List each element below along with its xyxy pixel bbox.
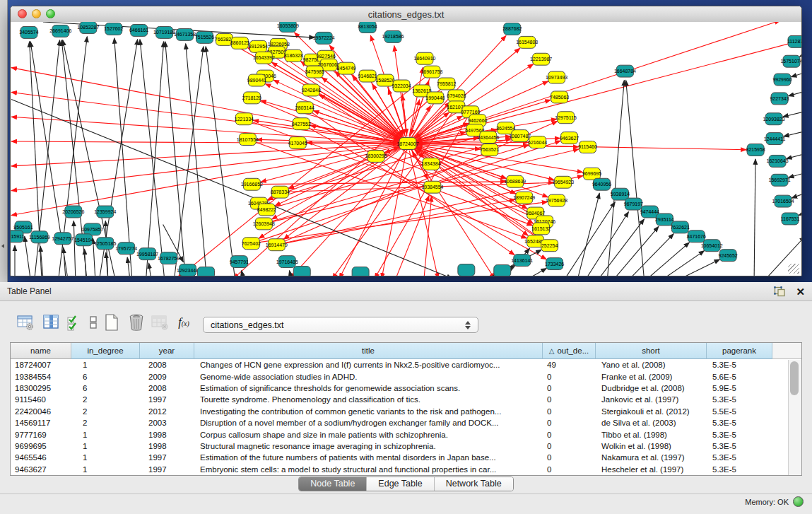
graph-node[interactable]: 1221334 <box>235 113 254 125</box>
graph-edge-black[interactable] <box>25 236 30 276</box>
graph-node[interactable]: 12359924 <box>94 206 116 218</box>
panel-collapse-handle[interactable] <box>1 244 4 248</box>
select-rows-icon[interactable] <box>64 313 84 332</box>
graph-edge-black[interactable] <box>754 159 755 276</box>
graph-edge-black[interactable] <box>289 271 291 276</box>
graph-node[interactable]: 12603948 <box>253 218 275 230</box>
graph-edge-red[interactable] <box>410 100 420 136</box>
graph-node[interactable]: 19572224 <box>313 32 335 44</box>
graph-edge-black[interactable] <box>664 251 704 276</box>
close-window-icon[interactable] <box>18 9 27 18</box>
table-row[interactable]: 946362711997Embryonic stem cells: a mode… <box>11 464 801 475</box>
graph-node[interactable]: 252254 <box>541 240 558 252</box>
graph-node[interactable]: 11156869 <box>29 231 50 243</box>
graph-node[interactable]: 15751074 <box>780 55 801 67</box>
graph-node[interactable]: 1990448 <box>425 92 445 104</box>
memory-status-icon[interactable] <box>793 496 804 507</box>
network-canvas-svg[interactable]: 3405574266914061085328715276026466161107… <box>11 22 801 276</box>
graph-node[interactable]: 9463627 <box>560 132 579 144</box>
column-header-in_degree[interactable]: in_degree <box>71 343 140 359</box>
graph-node[interactable]: 6216044 <box>528 136 547 148</box>
graph-node[interactable]: 6794028 <box>447 90 466 102</box>
table-row[interactable]: 1872400712008Changes of HCN gene express… <box>11 359 801 370</box>
graph-node[interactable]: 19166852 <box>241 178 263 190</box>
graph-node[interactable]: 12975115 <box>555 112 577 124</box>
graph-node[interactable]: 24364456 <box>477 132 499 144</box>
graph-node[interactable]: 6466161 <box>129 24 148 36</box>
graph-node[interactable]: 1834384 <box>421 158 440 170</box>
graph-node[interactable]: 16914479 <box>266 239 288 251</box>
graph-edge-black[interactable] <box>146 42 164 276</box>
function-builder-icon[interactable]: f(x) <box>174 313 194 332</box>
network-window-titlebar[interactable]: citations_edges.txt <box>11 6 801 23</box>
graph-node[interactable]: 19716485 <box>276 256 298 268</box>
graph-node[interactable]: 19384554 <box>421 181 443 193</box>
graph-node[interactable]: 8471676 <box>687 230 706 243</box>
graph-node[interactable]: 14136141 <box>511 255 533 267</box>
tab-node-table[interactable]: Node Table <box>299 477 367 491</box>
graph-node[interactable]: 7485063 <box>550 91 569 103</box>
table-row[interactable]: 1830029562008Estimation of significance … <box>11 382 801 394</box>
graph-node[interactable]: 19654923 <box>552 176 574 188</box>
graph-edge-black[interactable] <box>148 263 151 276</box>
graph-edge-black[interactable] <box>626 80 645 276</box>
graph-node[interactable]: 7563521 <box>480 144 499 156</box>
graph-edge-black[interactable] <box>242 271 244 276</box>
graph-node[interactable]: 14671358 <box>174 28 196 40</box>
graph-edge-black[interactable] <box>789 90 801 95</box>
minimize-window-icon[interactable] <box>32 9 41 18</box>
graph-node[interactable]: 9115460 <box>578 141 597 153</box>
graph-edge-black[interactable] <box>792 192 801 198</box>
column-header-pagerank[interactable]: pagerank <box>707 343 772 359</box>
graph-node[interactable]: 9640956 <box>592 178 611 190</box>
graph-edge-black[interactable] <box>73 221 76 276</box>
graph-node[interactable]: 7515526 <box>195 31 214 43</box>
graph-node[interactable]: 20206526 <box>62 206 84 218</box>
graph-node[interactable]: 8215958 <box>746 144 765 156</box>
float-window-icon[interactable] <box>774 286 786 297</box>
graph-node[interactable]: 12444411 <box>764 133 786 145</box>
graph-edge-red[interactable] <box>424 197 432 276</box>
graph-node[interactable]: 3405574 <box>19 26 38 38</box>
graph-node[interactable]: 8498222 <box>257 204 276 216</box>
graph-node[interactable]: 8912954 <box>249 40 268 52</box>
graph-node[interactable]: 9699695 <box>582 168 601 180</box>
column-header-short[interactable]: short <box>596 343 707 359</box>
graph-node[interactable]: 19218586 <box>382 30 404 42</box>
graph-node[interactable]: 16053809 <box>277 22 299 32</box>
graph-node[interactable]: 1112873 <box>787 35 801 47</box>
graph-node[interactable]: 18300295 <box>365 150 387 162</box>
graph-node[interactable]: 1733426 <box>545 258 564 270</box>
graph-node[interactable]: 9146821 <box>358 70 377 82</box>
graph-node[interactable]: 8427552 <box>292 118 311 130</box>
column-header-year[interactable]: year <box>140 343 194 359</box>
graph-edge-red[interactable] <box>382 151 406 276</box>
table-row[interactable]: 911546021997Tourette syndrome. Phenomeno… <box>11 394 801 405</box>
delete-table-icon[interactable] <box>126 313 146 332</box>
graph-node[interactable]: 18640910 <box>413 52 435 64</box>
graph-node[interactable]: 9322034 <box>392 80 411 92</box>
graph-node[interactable]: 9242848 <box>302 84 321 96</box>
graph-edge-black[interactable] <box>789 172 801 177</box>
graph-node[interactable]: 16210643 <box>767 155 789 167</box>
graph-edge-black[interactable] <box>799 52 801 57</box>
graph-node[interactable]: 16782759 <box>158 252 180 264</box>
graph-edge-black[interactable] <box>127 257 129 276</box>
graph-node[interactable]: 1615132 <box>531 223 551 235</box>
graph-edge-black[interactable] <box>529 268 547 276</box>
graph-node[interactable]: 7632621 <box>671 221 690 233</box>
graph-edge-black[interactable] <box>783 110 801 117</box>
graph-node[interactable]: 2803144 <box>295 102 314 114</box>
graph-node[interactable]: 10719188 <box>153 26 175 38</box>
graph-node[interactable]: 16648784 <box>614 65 636 77</box>
graph-node[interactable] <box>293 267 310 276</box>
graph-node[interactable]: 17957274 <box>115 243 137 255</box>
graph-node[interactable]: 9679197 <box>624 198 643 210</box>
graph-node[interactable]: 9890441 <box>247 74 266 86</box>
graph-edge-black[interactable] <box>647 243 689 276</box>
tab-network-table[interactable]: Network Table <box>435 477 513 491</box>
graph-node[interactable]: 9245652 <box>719 250 738 262</box>
graph-node[interactable] <box>198 267 215 276</box>
graph-node[interactable] <box>458 264 475 276</box>
graph-node[interactable] <box>352 267 369 276</box>
